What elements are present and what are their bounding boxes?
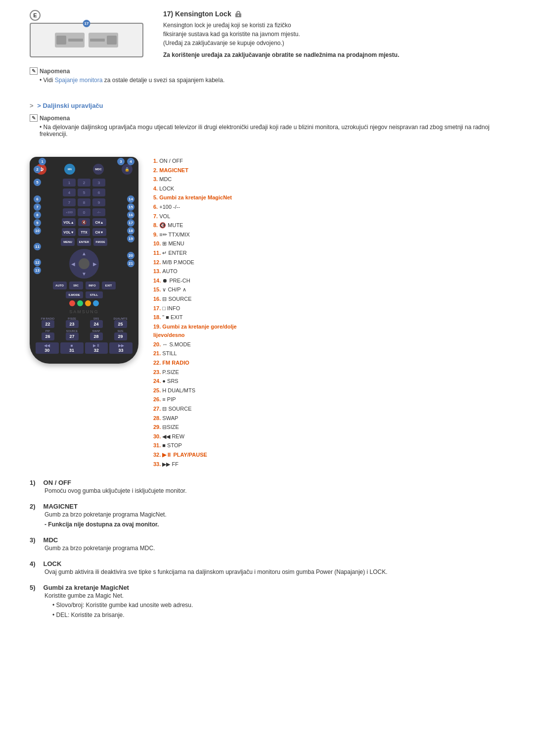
remote-logo: SAMSUNG <box>36 309 133 314</box>
smode-btn[interactable]: S.MODE <box>66 291 83 298</box>
ch-down[interactable]: CH▼ <box>92 228 106 236</box>
num-plus100[interactable]: +100 <box>63 208 76 216</box>
source2-btn[interactable]: 27 <box>66 332 79 340</box>
auto-btn[interactable]: AUTO <box>53 282 67 289</box>
exit-btn[interactable]: EXIT <box>102 282 116 289</box>
device-box <box>30 23 143 57</box>
badge-12: 12 <box>34 259 41 266</box>
yellow-btn[interactable] <box>85 300 91 306</box>
remote-body: ⏻ MN MDC 🔒 1 2 3 4 5 6 7 8 9 +10 <box>30 157 138 364</box>
legend-item-1: 2. MAGICNET <box>153 166 504 175</box>
num-row-1: 1 2 3 <box>36 179 133 187</box>
badge-2: 2 <box>34 166 41 173</box>
descriptions-section: 1) ON / OFF Pomoću ovog gumba uključujet… <box>30 479 504 620</box>
badge-3: 3 <box>117 158 125 165</box>
kensington-desc: Kensington lock je uređaj koji se korist… <box>163 21 400 59</box>
e-label: E <box>30 10 41 21</box>
size-btn[interactable]: 29 <box>114 332 127 340</box>
remote-top-row: ⏻ MN MDC 🔒 <box>36 164 133 175</box>
fmradio-btn[interactable]: 22 <box>42 320 54 328</box>
ttx-btn[interactable]: TTX <box>78 228 90 236</box>
legend-item-20: 21. STILL <box>153 349 504 358</box>
num-9[interactable]: 9 <box>92 198 105 206</box>
legend-item-18: 19. Gumbi za kretanje gore/doljelijevo/d… <box>153 323 504 340</box>
play-icon: ▶⏸ <box>93 343 100 348</box>
mdc-btn[interactable]: MDC <box>93 164 104 175</box>
legend-item-32: 33. ▶▶ FF <box>153 460 504 469</box>
desc-title-4: LOCK <box>44 560 62 567</box>
pip-btn[interactable]: 26 <box>42 332 54 340</box>
desc-title-3: MDC <box>44 536 58 544</box>
aux-row: AUTO SRC INFO EXIT <box>36 282 133 289</box>
badge-15: 15 <box>127 203 134 211</box>
source-btn[interactable]: SRC <box>69 282 83 289</box>
num-5[interactable]: 5 <box>78 189 90 196</box>
num-row-2: 4 5 6 <box>36 189 133 196</box>
num-4[interactable]: 4 <box>63 189 76 196</box>
note-bullet-2: • Na djelovanje daljinskog upravljača mo… <box>40 124 504 138</box>
badge-9: 9 <box>34 219 41 227</box>
ch-up[interactable]: CH▲ <box>92 218 106 226</box>
desc-bold-2: - Funkcija nije dostupna za ovaj monitor… <box>44 521 159 528</box>
nav-right[interactable]: ▶ <box>93 261 97 267</box>
srs-btn[interactable]: 24 <box>90 320 103 328</box>
legend-item-11: 12. M/B P.MODE <box>153 258 504 267</box>
rew-num[interactable]: 30 <box>44 348 49 353</box>
enter-btn[interactable]: ENTER <box>77 238 91 246</box>
ff-num[interactable]: 33 <box>119 348 124 353</box>
num-6[interactable]: 6 <box>92 189 105 196</box>
ff-icon: ▶▶ <box>118 343 124 348</box>
magicnet-btn[interactable]: MN <box>64 164 75 175</box>
desc-body-3: Gumb za brzo pokretanje programa MDC. <box>44 544 504 553</box>
psize-btn[interactable]: 23 <box>66 320 79 328</box>
desc-3: 3) MDC Gumb za brzo pokretanje programa … <box>30 536 504 553</box>
vol-down[interactable]: VOL▼ <box>62 228 76 236</box>
still-btn[interactable]: STILL <box>86 291 103 298</box>
badge-14: 14 <box>127 195 134 203</box>
num-7[interactable]: 7 <box>63 198 76 206</box>
red-btn[interactable] <box>69 300 75 306</box>
info-btn[interactable]: INFO <box>86 282 99 289</box>
nav-up[interactable]: ▲ <box>82 251 87 256</box>
blue-btn[interactable] <box>93 300 99 306</box>
vol-up[interactable]: VOL▲ <box>62 218 76 226</box>
num-0[interactable]: 0 <box>78 208 90 216</box>
play-num[interactable]: 32 <box>94 348 99 353</box>
legend-item-5: 6. +100 -/-- <box>153 203 504 212</box>
spajanje-link[interactable]: Spajanje monitora <box>55 77 103 84</box>
desc-sub-2: • DEL: Koristite za brisanje. <box>52 611 504 620</box>
num-1[interactable]: 1 <box>63 179 76 187</box>
remote-legend-section: 1 2 3 4 5 6 7 8 9 10 11 12 13 14 15 16 1… <box>30 157 504 469</box>
legend-item-27: 28. SWAP <box>153 414 504 423</box>
nav-circle[interactable]: ▲ ▼ ◀ ▶ <box>69 249 99 279</box>
transport-row: ◀◀ 30 ■ 31 ▶⏸ 32 ▶▶ 33 <box>36 342 133 354</box>
badge-17r: 17 <box>127 219 134 227</box>
swap-btn[interactable]: 28 <box>90 332 103 340</box>
remote-legend: 1. ON / OFF 2. MAGICNET 3. MDC 4. LOCK 5… <box>153 157 504 469</box>
badge-10: 10 <box>34 227 41 235</box>
badge-21: 21 <box>127 260 134 267</box>
num-dash[interactable]: -/-- <box>92 208 105 216</box>
num-2[interactable]: 2 <box>78 179 90 187</box>
desc-num-1: 1) <box>30 479 36 486</box>
stop-num[interactable]: 31 <box>69 348 74 353</box>
mute-btn[interactable]: 🔇 <box>78 218 90 226</box>
nav-down[interactable]: ▼ <box>82 271 87 277</box>
legend-item-13: 14. ⏺ PRE-CH <box>153 277 504 285</box>
dualmts-btn[interactable]: 25 <box>114 320 127 328</box>
legend-item-19: 20. ↔ S.MODE <box>153 340 504 349</box>
legend-item-26: 27. ⊟ SOURCE <box>153 405 504 414</box>
desc-body-4: Ovaj gumb aktivira ili deaktivira sve ti… <box>44 567 504 577</box>
note-bullet-1: • Vidi Spajanje monitora za ostale detal… <box>40 77 504 84</box>
pmode-btn[interactable]: P.MODE <box>93 238 107 246</box>
nav-left[interactable]: ◀ <box>71 261 75 267</box>
lock-btn[interactable]: 🔒 <box>122 164 133 175</box>
nav-center[interactable] <box>79 258 89 269</box>
legend-item-12: 13. AUTO <box>153 267 504 276</box>
badge-16: 16 <box>127 211 134 219</box>
menu-btn[interactable]: MENU <box>61 238 75 246</box>
num-3[interactable]: 3 <box>92 179 105 187</box>
green-btn[interactable] <box>77 300 83 306</box>
kensington-title: 17) Kensington Lock <box>163 10 400 18</box>
num-8[interactable]: 8 <box>78 198 90 206</box>
